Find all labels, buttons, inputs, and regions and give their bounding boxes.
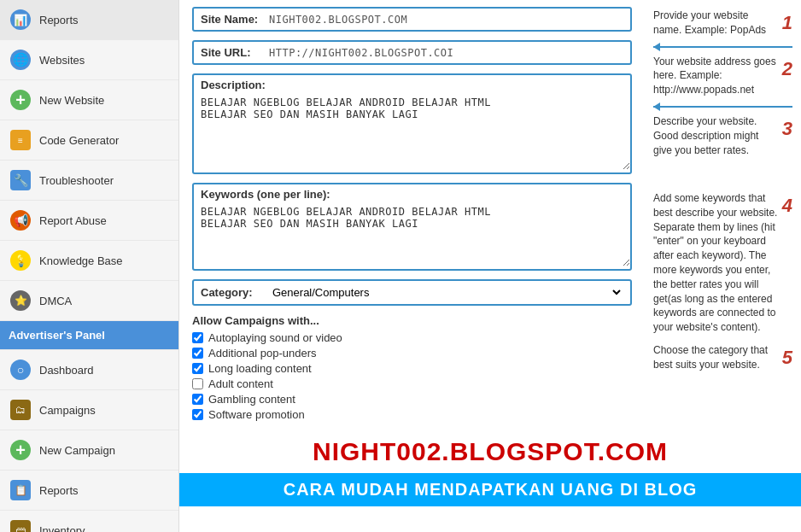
arrow-2 <box>653 102 660 111</box>
checkbox-gambling-input[interactable] <box>192 394 203 405</box>
checkbox-autoplaying-input[interactable] <box>192 332 203 343</box>
websites-icon: 🌐 <box>9 48 32 72</box>
watermark-blogspot-text: NIGHT002.BLOGSPOT.COM <box>313 437 668 465</box>
hint-keywords: Add some keywords that best describe you… <box>653 191 778 335</box>
checkbox-long-loading-label: Long loading content <box>208 362 312 375</box>
arrow-line-2 <box>653 106 792 108</box>
sidebar-item-troubleshooter[interactable]: 🔧 Troubleshooter <box>0 161 178 201</box>
campaigns-icon: 🗂 <box>9 398 32 422</box>
hint-site-url: Your website address goes here. Example:… <box>653 55 778 97</box>
code-generator-icon: ≡ <box>9 128 32 152</box>
description-textarea[interactable]: BELAJAR NGEBLOG BELAJAR ANDROID BELAJAR … <box>194 93 630 170</box>
checkbox-software: Software promotion <box>192 408 632 421</box>
sidebar-item-websites[interactable]: 🌐 Websites <box>0 40 178 80</box>
report-abuse-icon: 📢 <box>9 208 32 232</box>
site-name-row: Site Name: <box>192 7 632 32</box>
site-url-group: Site URL: <box>192 40 632 65</box>
sidebar-item-advertisers-panel[interactable]: Advertiser's Panel <box>0 321 178 350</box>
checkbox-long-loading-input[interactable] <box>192 363 203 374</box>
new-website-icon: + <box>9 88 32 112</box>
hint-description: Describe your website. Good description … <box>653 114 778 157</box>
annotation-2: 2 <box>782 55 792 83</box>
new-campaign-icon: + <box>9 438 32 462</box>
sidebar-item-dmca[interactable]: ⭐ DMCA <box>0 281 178 321</box>
site-name-group: Site Name: <box>192 7 632 32</box>
watermark-blogspot-container: NIGHT002.BLOGSPOT.COM <box>179 430 801 473</box>
checkbox-autoplaying: Autoplaying sound or video <box>192 331 632 344</box>
checkbox-software-label: Software promotion <box>208 408 305 421</box>
site-url-row: Site URL: <box>192 40 632 65</box>
watermark-cara-banner: CARA MUDAH MENDAPATKAN UANG DI BLOG <box>179 473 801 506</box>
allow-campaigns-section: Allow Campaigns with... Autoplaying soun… <box>192 314 632 421</box>
sidebar-item-code-generator[interactable]: ≡ Code Generator <box>0 120 178 161</box>
site-name-input[interactable] <box>269 14 623 26</box>
sidebar-item-campaigns[interactable]: 🗂 Campaigns <box>0 390 178 430</box>
sidebar-item-label: New Website <box>39 94 104 107</box>
main-content: Site Name: Site URL: Description: BELAJA… <box>179 0 801 532</box>
sidebar-item-label: Troubleshooter <box>39 174 114 187</box>
category-select[interactable]: General/Computers Arts & Entertainment B… <box>269 285 623 300</box>
hint-row-2: Your website address goes here. Example:… <box>653 55 792 97</box>
watermark-cara-text: CARA MUDAH MENDAPATKAN UANG DI BLOG <box>284 480 698 499</box>
form-column: Site Name: Site URL: Description: BELAJA… <box>179 0 645 430</box>
sidebar-item-inventory[interactable]: 🗃 Inventory <box>0 511 178 532</box>
hint-row-4: Add some keywords that best describe you… <box>653 191 792 335</box>
inventory-icon: 🗃 <box>9 518 32 532</box>
dashboard-icon: ○ <box>9 358 32 382</box>
sidebar-item-label: New Campaign <box>39 444 115 457</box>
category-group: Category: General/Computers Arts & Enter… <box>192 279 632 306</box>
sidebar-item-label: Report Abuse <box>39 214 107 227</box>
sidebar-item-label: Advertiser's Panel <box>9 329 105 342</box>
description-group: Description: BELAJAR NGEBLOG BELAJAR AND… <box>192 73 632 174</box>
checkbox-gambling-label: Gambling content <box>208 393 295 406</box>
checkbox-software-input[interactable] <box>192 409 203 420</box>
annotation-4: 4 <box>782 191 792 219</box>
hint-column: Provide your website name. Example: PopA… <box>645 0 801 430</box>
sidebar-item-dashboard[interactable]: ○ Dashboard <box>0 350 178 390</box>
annotation-5: 5 <box>782 343 792 371</box>
sidebar-item-label: DMCA <box>39 295 72 307</box>
sidebar: 📊 Reports 🌐 Websites + New Website ≡ Cod… <box>0 0 179 532</box>
sidebar-item-label: Reports <box>39 14 79 26</box>
checkbox-additional: Additional pop-unders <box>192 347 632 360</box>
sidebar-item-report-abuse[interactable]: 📢 Report Abuse <box>0 201 178 241</box>
sidebar-item-reports-bottom[interactable]: 📋 Reports <box>0 471 178 511</box>
hint-category: Choose the category that best suits your… <box>653 343 778 372</box>
checkbox-additional-input[interactable] <box>192 348 203 359</box>
sidebar-item-label: Knowledge Base <box>39 254 123 267</box>
site-url-input[interactable] <box>269 47 623 59</box>
hint-row-1: Provide your website name. Example: PopA… <box>653 9 792 38</box>
hint-site-name: Provide your website name. Example: PopA… <box>653 9 778 38</box>
hint-row-5: Choose the category that best suits your… <box>653 343 792 372</box>
description-label: Description: <box>194 75 630 93</box>
checkbox-adult-input[interactable] <box>192 378 203 389</box>
keywords-group: Keywords (one per line): BELAJAR NGEBLOG… <box>192 183 632 271</box>
sidebar-item-label: Campaigns <box>39 404 96 417</box>
checkbox-adult: Adult content <box>192 377 632 390</box>
dmca-icon: ⭐ <box>9 289 32 313</box>
checkbox-long-loading: Long loading content <box>192 362 632 375</box>
sidebar-item-label: Code Generator <box>39 134 119 147</box>
keywords-label: Keywords (one per line): <box>194 184 630 202</box>
checkbox-additional-label: Additional pop-unders <box>208 347 316 360</box>
sidebar-item-new-campaign[interactable]: + New Campaign <box>0 430 178 471</box>
arrow-line-1 <box>653 46 792 48</box>
reports-icon: 📊 <box>9 8 32 32</box>
category-label: Category: <box>201 286 269 299</box>
sidebar-item-label: Reports <box>39 484 79 497</box>
sidebar-item-new-website[interactable]: + New Website <box>0 80 178 120</box>
troubleshooter-icon: 🔧 <box>9 168 32 192</box>
sidebar-item-label: Inventory <box>39 524 85 533</box>
sidebar-item-reports-top[interactable]: 📊 Reports <box>0 0 178 40</box>
site-name-label: Site Name: <box>201 13 269 26</box>
sidebar-item-label: Websites <box>39 54 85 67</box>
knowledge-base-icon: 💡 <box>9 248 32 272</box>
reports-bottom-icon: 📋 <box>9 478 32 502</box>
sidebar-item-knowledge-base[interactable]: 💡 Knowledge Base <box>0 241 178 281</box>
checkbox-gambling: Gambling content <box>192 393 632 406</box>
sidebar-item-label: Dashboard <box>39 364 94 377</box>
annotation-3: 3 <box>782 114 792 143</box>
keywords-textarea[interactable]: BELAJAR NGEBLOG BELAJAR ANDROID BELAJAR … <box>194 202 630 266</box>
site-url-label: Site URL: <box>201 46 269 59</box>
description-box: Description: BELAJAR NGEBLOG BELAJAR AND… <box>192 73 632 174</box>
